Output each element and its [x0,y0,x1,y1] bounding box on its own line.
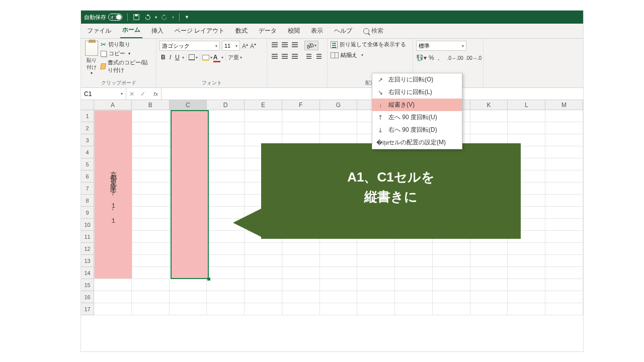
cell[interactable] [207,170,245,183]
shrink-font-icon[interactable]: A▾ [250,42,256,50]
autosave-toggle[interactable]: 自動保存 オフ [84,14,122,21]
tab-home[interactable]: ホーム [120,24,142,38]
row-header[interactable]: 8 [81,195,94,207]
cell[interactable] [132,207,170,219]
cell[interactable] [132,170,170,183]
row-header[interactable]: 11 [81,231,94,243]
tab-help[interactable]: ヘルプ [332,25,354,38]
cell[interactable] [94,279,132,291]
cell[interactable] [545,146,583,158]
cell[interactable] [508,303,545,315]
paste-button[interactable]: 貼り付け ▾ [84,41,99,75]
format-painter-button[interactable]: 書式のコピー/貼り付け [101,59,153,74]
cell[interactable] [470,243,508,255]
tab-search[interactable]: 検索 [361,25,385,38]
cell[interactable] [545,110,583,122]
cell[interactable] [207,146,245,158]
cell[interactable] [245,122,282,134]
underline-button[interactable]: U [174,53,181,62]
tab-review[interactable]: 校閲 [286,25,302,38]
cell[interactable] [545,122,583,134]
cell[interactable] [132,303,170,315]
cell[interactable] [545,183,583,195]
cell[interactable] [245,291,282,303]
cell[interactable] [207,183,245,195]
copy-button[interactable]: コピー▾ [101,50,153,57]
cell[interactable] [282,279,320,291]
cell[interactable] [545,207,583,219]
orientation-item-format-cells[interactable]: �ițиセルの配置の設定(M) [372,136,462,149]
cell[interactable] [207,303,245,315]
cell[interactable] [508,279,545,291]
cell[interactable] [357,279,395,291]
cell[interactable] [545,255,583,267]
cell[interactable] [320,255,358,267]
cell[interactable] [470,110,508,122]
orientation-button[interactable]: ab ▾ [304,41,318,50]
select-all-corner[interactable] [81,100,94,110]
cell[interactable] [207,158,245,170]
cell[interactable] [245,267,282,279]
comma-button[interactable]: , [436,54,441,61]
fill-color-icon[interactable] [202,55,209,60]
cell[interactable] [357,291,395,303]
cell[interactable] [508,255,545,267]
column-header[interactable]: L [508,100,545,110]
font-color-icon[interactable]: A [213,54,220,61]
align-right-button[interactable] [290,52,299,60]
cell[interactable] [207,267,245,279]
align-top-button[interactable] [270,41,279,49]
cell[interactable] [470,267,508,279]
orientation-item-vertical[interactable]: ↓縦書き(V) [372,99,462,111]
row-header[interactable]: 16 [81,291,94,303]
undo-icon[interactable] [144,14,151,21]
cell[interactable] [245,255,282,267]
cell[interactable] [470,122,508,134]
row-header[interactable]: 14 [81,267,94,279]
cell[interactable] [132,267,170,279]
column-header[interactable]: B [132,100,170,110]
redo-icon[interactable] [161,14,168,21]
cell-a1-merged[interactable]: 京都市左京区１‐１‐１ [94,110,132,279]
cell[interactable] [545,170,583,183]
cell[interactable] [545,158,583,170]
cell[interactable] [545,195,583,207]
cell[interactable] [545,231,583,243]
cell[interactable] [508,122,545,134]
cell[interactable] [132,134,170,146]
cell[interactable] [132,255,170,267]
cell[interactable] [545,303,583,315]
bold-button[interactable]: B [159,53,167,62]
cancel-icon[interactable]: ✕ [129,90,134,98]
increase-decimal-button[interactable]: .0→.00 [447,55,463,61]
cell[interactable] [245,303,282,315]
row-header[interactable]: 1 [81,110,94,122]
cell[interactable] [132,183,170,195]
cell[interactable] [282,303,320,315]
cell[interactable] [433,291,470,303]
wrap-text-button[interactable]: 折り返して全体を表示する [331,41,410,48]
column-header[interactable]: K [470,100,508,110]
cell[interactable] [245,110,282,122]
cell[interactable] [395,243,433,255]
cell[interactable] [320,303,358,315]
merge-center-button[interactable]: 結揃え▾ [331,51,410,59]
cell[interactable] [132,110,170,122]
cell[interactable] [320,279,358,291]
tab-formulas[interactable]: 数式 [233,25,250,38]
font-size-combo[interactable]: 11▾ [222,41,240,51]
column-header[interactable]: E [245,100,282,110]
cell[interactable] [320,267,358,279]
orientation-item-ccw[interactable]: ↗左回りに回転(O) [372,73,462,86]
cell[interactable] [94,303,132,315]
cell[interactable] [282,122,320,134]
cell[interactable] [282,267,320,279]
cell[interactable] [433,279,470,291]
cell[interactable] [170,279,207,291]
tab-file[interactable]: ファイル [85,25,113,38]
cell[interactable] [245,243,282,255]
row-header[interactable]: 15 [81,279,94,291]
cell[interactable] [207,279,245,291]
cell[interactable] [207,134,245,146]
row-header[interactable]: 4 [81,146,94,158]
